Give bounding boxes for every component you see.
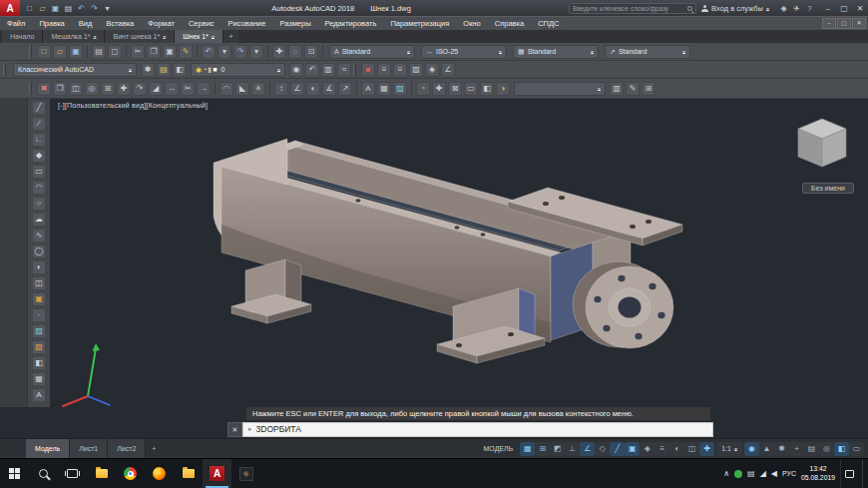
- undo-icon[interactable]: ↶: [75, 2, 88, 15]
- point-icon[interactable]: ·: [32, 308, 46, 322]
- qat-menu-icon[interactable]: ▾: [101, 2, 114, 15]
- sheet-set-icon[interactable]: ▥: [610, 82, 624, 96]
- qnew-toolbar-icon[interactable]: □: [37, 45, 51, 59]
- workspace-gear-icon[interactable]: ✱: [774, 442, 789, 456]
- isolate-objects-icon[interactable]: ◎: [819, 442, 834, 456]
- named-views-icon[interactable]: ▭: [464, 82, 478, 96]
- array-icon[interactable]: ⊞: [101, 82, 115, 96]
- dim-aligned-icon[interactable]: ∠: [290, 82, 304, 96]
- combo-caret-icon[interactable]: [591, 48, 594, 55]
- layout-tab-Лист2[interactable]: Лист2: [108, 439, 146, 458]
- insert-block-icon[interactable]: ◫: [32, 276, 46, 290]
- move-icon[interactable]: ✚: [117, 82, 131, 96]
- plot-toolbar-icon[interactable]: ▤: [92, 45, 106, 59]
- copy-tool-icon[interactable]: ❐: [53, 82, 67, 96]
- layout-tab-Модель[interactable]: Модель: [26, 439, 70, 458]
- markup-icon[interactable]: ✎: [626, 82, 640, 96]
- text-tool-icon[interactable]: A: [361, 82, 375, 96]
- leader-icon[interactable]: ↗: [338, 82, 352, 96]
- new-layout-button[interactable]: +: [146, 445, 162, 452]
- menu-item-10[interactable]: Параметризация: [383, 19, 456, 28]
- ellipse-icon[interactable]: ◯: [32, 244, 46, 258]
- trim-icon[interactable]: ✂: [181, 82, 195, 96]
- visual-styles-icon[interactable]: ◧: [480, 82, 494, 96]
- menu-item-9[interactable]: Редактировать: [318, 19, 384, 28]
- extend-icon[interactable]: →: [197, 82, 211, 96]
- file-tab-2[interactable]: Мешалка 1*: [43, 30, 105, 43]
- workspace-settings-icon[interactable]: ✱: [141, 63, 155, 77]
- zoom-extents-icon[interactable]: ⊠: [448, 82, 462, 96]
- osnap-icon[interactable]: ▣: [625, 442, 640, 456]
- lineweight-display-icon[interactable]: ≡: [654, 442, 669, 456]
- layer-properties-icon[interactable]: ▤: [157, 63, 171, 77]
- isodraft-icon[interactable]: ◇: [595, 442, 610, 456]
- tab-menu-caret-icon[interactable]: [93, 33, 96, 40]
- offset-icon[interactable]: ◎: [85, 82, 99, 96]
- arc-icon[interactable]: ◠: [32, 181, 46, 195]
- spline-icon[interactable]: ∿: [32, 229, 46, 243]
- layout-tab-Лист1[interactable]: Лист1: [70, 439, 108, 458]
- menu-item-2[interactable]: Правка: [32, 19, 71, 28]
- task-view-button[interactable]: [58, 459, 87, 488]
- hatch-icon[interactable]: ▨: [32, 324, 46, 338]
- minimize-icon[interactable]: –: [820, 2, 836, 15]
- object-snap-settings-icon[interactable]: ◈: [425, 63, 439, 77]
- plot-icon[interactable]: ▤: [62, 2, 75, 15]
- app-store-icon[interactable]: ◈: [777, 2, 790, 15]
- command-close-button[interactable]: ✕: [227, 422, 242, 437]
- maximize-icon[interactable]: ▢: [836, 2, 852, 15]
- file-tab-1[interactable]: Начало: [2, 30, 43, 43]
- selection-cycling-icon[interactable]: ◫: [684, 442, 699, 456]
- help-search-input[interactable]: Введите ключевое слово/фразу: [569, 3, 696, 14]
- antivirus-tray-icon[interactable]: [734, 470, 742, 478]
- network-icon[interactable]: ◢: [760, 469, 766, 478]
- menu-item-8[interactable]: Размеры: [272, 19, 317, 28]
- revision-cloud-icon[interactable]: ☁: [32, 213, 46, 227]
- command-input[interactable]: ▸ 3DОРБИТА: [242, 422, 713, 437]
- redo-icon[interactable]: ↷: [88, 2, 101, 15]
- mleader-style-combo[interactable]: ↗ Standard: [605, 45, 690, 59]
- graphics-performance-icon[interactable]: ◧: [834, 442, 849, 456]
- start-button[interactable]: [0, 459, 29, 488]
- layer-off-icon[interactable]: ◉: [289, 63, 303, 77]
- 3d-model-shnek[interactable]: [214, 139, 682, 363]
- search-button[interactable]: [29, 459, 58, 488]
- table-style-combo[interactable]: ▦ Standard: [513, 45, 599, 59]
- combo-caret-icon[interactable]: [682, 48, 685, 55]
- open-icon[interactable]: ▱: [36, 2, 49, 15]
- line-icon[interactable]: ╱: [32, 101, 46, 115]
- color-control-icon[interactable]: ■: [361, 63, 375, 77]
- annotation-visibility-icon[interactable]: ◉: [744, 442, 759, 456]
- ellipse-arc-icon[interactable]: ◗: [32, 260, 46, 274]
- plot-style-icon[interactable]: ▨: [409, 63, 423, 77]
- dim-radius-icon[interactable]: ◐: [306, 82, 320, 96]
- scale-tool-icon[interactable]: ◢: [149, 82, 163, 96]
- autocad-app-button[interactable]: A: [0, 0, 20, 16]
- toolbar-combo[interactable]: [514, 82, 606, 96]
- paste-icon[interactable]: ▣: [163, 45, 177, 59]
- autocad-taskbar-button[interactable]: A: [203, 459, 231, 488]
- fillet-icon[interactable]: ◠: [219, 82, 233, 96]
- taskbar-clock[interactable]: 13:42 05.08.2019: [801, 465, 835, 483]
- quick-calc-icon[interactable]: ⊞: [642, 82, 655, 96]
- new-tab-button[interactable]: +: [223, 30, 238, 43]
- ucs-settings-icon[interactable]: ∠: [441, 63, 455, 77]
- orbit-3d-icon[interactable]: ◔: [416, 82, 430, 96]
- search-icon[interactable]: [687, 6, 692, 11]
- layer-freeze-icon[interactable]: ◔: [203, 66, 207, 73]
- dim-style-combo[interactable]: ↔ ISO-25: [421, 45, 507, 59]
- chrome-button[interactable]: [116, 459, 145, 488]
- menu-item-12[interactable]: Справка: [488, 19, 531, 28]
- construction-line-icon[interactable]: ∕: [32, 117, 46, 131]
- polar-tracking-icon[interactable]: ∠: [580, 442, 595, 456]
- erase-icon[interactable]: ✖: [37, 82, 51, 96]
- cut-icon[interactable]: ✂: [131, 45, 145, 59]
- menu-item-11[interactable]: Окно: [456, 19, 487, 28]
- menu-item-4[interactable]: Вставка: [99, 19, 141, 28]
- osnap-3d-icon[interactable]: ◈: [640, 442, 654, 456]
- menu-item-3[interactable]: Вид: [72, 19, 100, 28]
- zoom-window-icon[interactable]: ⊡: [304, 45, 318, 59]
- combo-caret-icon[interactable]: [407, 48, 410, 55]
- zoom-realtime-icon[interactable]: ◌: [288, 45, 302, 59]
- tray-chevron-icon[interactable]: ∧: [723, 469, 729, 478]
